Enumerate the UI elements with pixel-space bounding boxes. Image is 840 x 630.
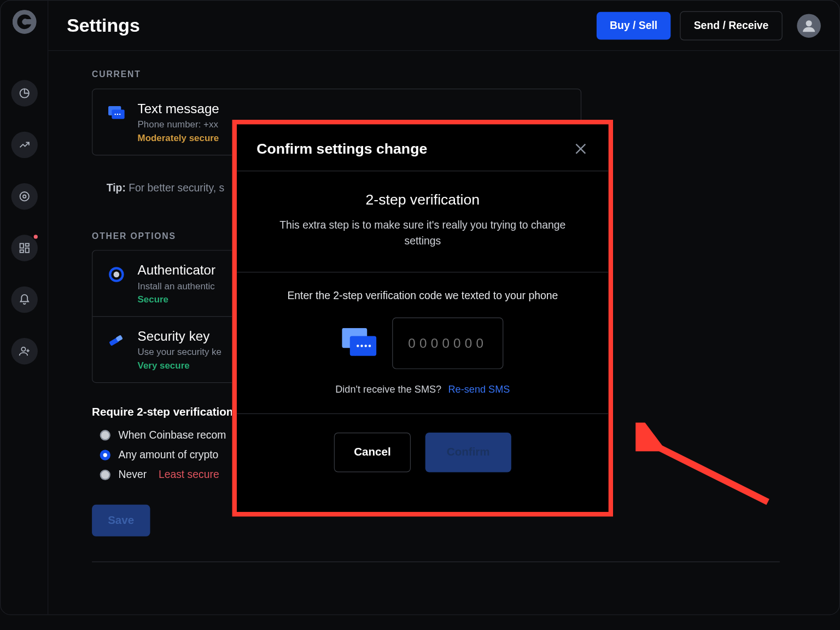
auth-sub: Install an authentic	[138, 281, 216, 291]
sms-icon	[107, 104, 126, 122]
modal-intro: This extra step is to make sure it's rea…	[270, 218, 575, 249]
divider	[92, 562, 780, 562]
svg-point-14	[119, 114, 121, 115]
nav-trend-icon[interactable]	[11, 132, 37, 158]
radio-icon	[100, 470, 110, 480]
resend-q: Didn't receive the SMS?	[335, 383, 441, 395]
verification-code-input[interactable]	[392, 318, 503, 369]
svg-point-8	[21, 347, 25, 351]
modal-highlight-frame: Confirm settings change 2-step verificat…	[232, 120, 613, 517]
current-method-tag: Moderately secure	[138, 132, 219, 143]
svg-point-17	[114, 272, 120, 278]
topbar: Settings Buy / Sell Send / Receive	[48, 1, 839, 51]
authenticator-icon	[107, 265, 126, 284]
coinbase-logo[interactable]	[12, 10, 36, 34]
current-method-sub: Phone number: +xx	[138, 119, 219, 130]
code-prompt: Enter the 2-step verification code we te…	[256, 290, 588, 302]
nav-bell-icon[interactable]	[11, 287, 37, 313]
svg-point-23	[360, 345, 363, 347]
current-section-label: CURRENT	[92, 69, 796, 79]
modal-heading: 2-step verification	[270, 191, 575, 208]
least-secure-tag: Least secure	[159, 469, 219, 481]
nav-pie-icon[interactable]	[11, 80, 37, 106]
send-receive-button[interactable]: Send / Receive	[680, 11, 782, 40]
auth-tag: Secure	[138, 294, 216, 304]
radio-icon	[100, 430, 110, 440]
left-rail	[1, 1, 48, 614]
svg-point-22	[357, 345, 359, 347]
current-method-title: Text message	[138, 101, 219, 116]
key-title: Security key	[138, 329, 221, 344]
svg-point-3	[22, 195, 25, 197]
svg-point-0	[12, 10, 36, 34]
cancel-button[interactable]: Cancel	[334, 433, 411, 472]
svg-point-13	[117, 114, 119, 115]
modal-title: Confirm settings change	[256, 140, 427, 157]
svg-point-2	[20, 192, 28, 201]
sms-icon	[342, 328, 377, 359]
notification-dot	[32, 234, 39, 240]
buy-sell-button[interactable]: Buy / Sell	[597, 11, 670, 39]
confirm-button[interactable]: Confirm	[425, 433, 511, 472]
svg-rect-7	[20, 250, 23, 253]
nav-invite-icon[interactable]	[11, 338, 37, 364]
svg-rect-5	[25, 243, 28, 246]
close-icon[interactable]	[573, 141, 588, 157]
radio-icon-selected	[100, 450, 110, 460]
page-title: Settings	[67, 15, 140, 36]
avatar[interactable]	[797, 14, 821, 38]
resend-sms-link[interactable]: Re-send SMS	[448, 383, 510, 395]
svg-rect-6	[25, 248, 28, 253]
nav-dashboard-icon[interactable]	[11, 235, 37, 261]
svg-point-12	[114, 114, 116, 115]
svg-point-24	[365, 345, 367, 347]
security-key-icon	[107, 331, 126, 350]
key-tag: Very secure	[138, 360, 221, 370]
save-button[interactable]: Save	[92, 505, 150, 536]
auth-title: Authenticator	[138, 262, 216, 278]
nav-explore-icon[interactable]	[11, 183, 37, 209]
confirm-settings-modal: Confirm settings change 2-step verificat…	[237, 124, 609, 512]
svg-point-9	[806, 20, 812, 26]
svg-rect-4	[20, 243, 23, 248]
svg-point-25	[369, 345, 371, 347]
key-sub: Use your security ke	[138, 347, 221, 357]
